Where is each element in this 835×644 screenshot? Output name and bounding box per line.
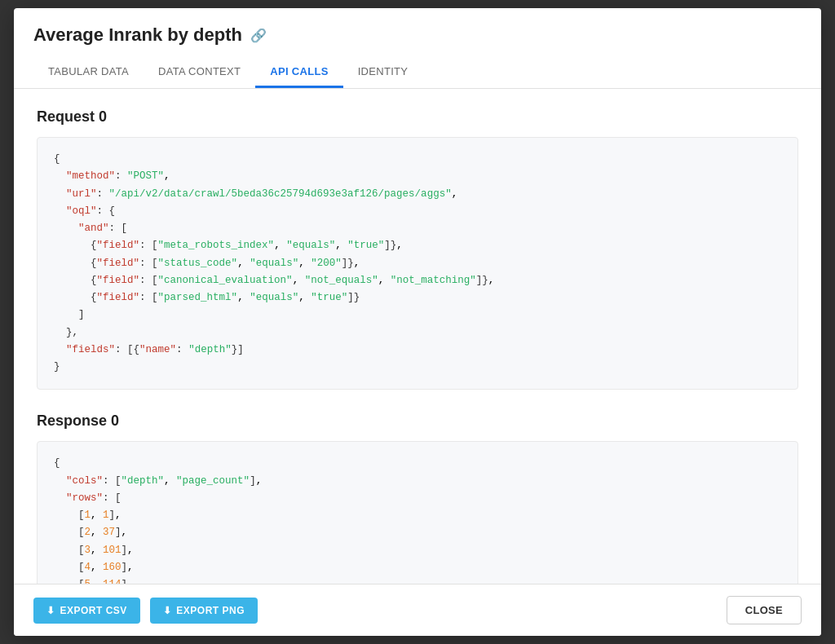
modal-title: Average Inrank by depth (33, 24, 242, 46)
tab-data-context[interactable]: DATA CONTEXT (144, 57, 255, 88)
tab-identity[interactable]: IDENTITY (343, 57, 423, 88)
modal-header: Average Inrank by depth 🔗 TABULAR DATA D… (14, 8, 821, 89)
close-button[interactable]: CLOSE (727, 596, 802, 624)
modal: Average Inrank by depth 🔗 TABULAR DATA D… (14, 8, 821, 636)
response-code-block: { "cols": ["depth", "page_count"], "rows… (37, 441, 798, 584)
footer-left: EXPORT CSV EXPORT PNG (33, 598, 258, 624)
tab-tabular-data[interactable]: TABULAR DATA (33, 57, 144, 88)
export-png-button[interactable]: EXPORT PNG (150, 598, 258, 624)
download-png-icon (163, 605, 172, 616)
tabs-container: TABULAR DATA DATA CONTEXT API CALLS IDEN… (33, 57, 802, 88)
modal-body: Request 0 { "method": "POST", "url": "/a… (14, 89, 821, 584)
request-section-title: Request 0 (37, 108, 798, 126)
request-code-block: { "method": "POST", "url": "/api/v2/data… (37, 137, 798, 390)
link-icon[interactable]: 🔗 (250, 28, 267, 43)
response-section-title: Response 0 (37, 412, 798, 430)
modal-title-row: Average Inrank by depth 🔗 (33, 24, 802, 46)
tab-api-calls[interactable]: API CALLS (255, 57, 342, 88)
modal-overlay: Average Inrank by depth 🔗 TABULAR DATA D… (0, 0, 835, 644)
modal-footer: EXPORT CSV EXPORT PNG CLOSE (14, 584, 821, 636)
download-csv-icon (46, 605, 55, 616)
export-csv-button[interactable]: EXPORT CSV (33, 598, 140, 624)
